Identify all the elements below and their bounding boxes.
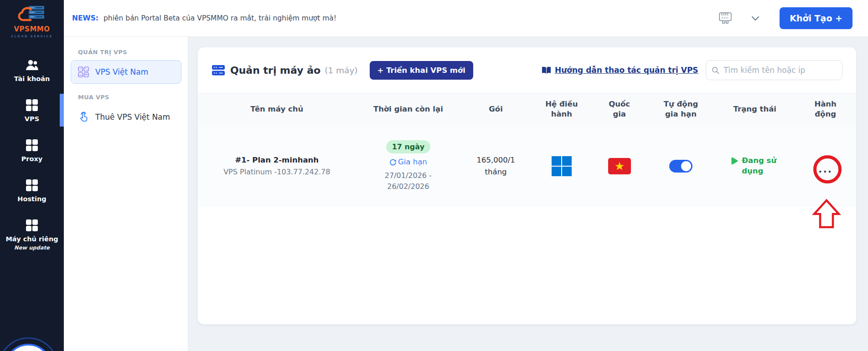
- sidebar-item-hosting[interactable]: Hosting: [0, 172, 64, 209]
- status-badge: Đang sử dụng: [742, 156, 778, 176]
- book-icon: [542, 66, 551, 74]
- chevron-down-icon[interactable]: [751, 16, 760, 21]
- action-cell: ...: [795, 160, 856, 172]
- status-cell: Đang sử dụng: [715, 156, 795, 176]
- panel-header: Quản trị máy ảo (1 máy) + Triển khai VPS…: [198, 47, 856, 93]
- country-cell: [592, 158, 647, 174]
- section-title-quan-tri-vps: QUẢN TRỊ VPS: [71, 49, 181, 56]
- brand-name: VPSMMO: [11, 25, 53, 33]
- vm-count: (1 máy): [325, 66, 357, 75]
- deploy-vps-button[interactable]: + Triển khai VPS mới: [370, 61, 473, 80]
- service-period: 27/01/2026 - 26/02/2026: [377, 170, 439, 191]
- main-content: Quản trị máy ảo (1 máy) + Triển khai VPS…: [189, 37, 868, 351]
- section-title-mua-vps: MUA VPS: [71, 94, 181, 101]
- time-left-cell: 17 ngày Gia hạn 27/01/2026 - 26/02/2026: [356, 140, 461, 191]
- wallet-icon[interactable]: [718, 12, 732, 25]
- plan-price: 165,000/1 tháng: [473, 154, 519, 178]
- news-label: NEWS:: [72, 14, 98, 22]
- topbar-actions: Khởi Tạo +: [718, 7, 852, 29]
- auto-renew-cell: [647, 160, 715, 173]
- sidebar-item-label: Hosting: [17, 195, 46, 203]
- table-header-row: Tên máy chủ Thời gian còn lại Gói Hệ điề…: [198, 93, 856, 125]
- brand-logo: VPSMMO CLOUD SERVICE: [11, 4, 53, 38]
- col-header-ten-may-chu: Tên máy chủ: [198, 104, 356, 114]
- subnav-item-label: VPS Việt Nam: [95, 67, 148, 76]
- sidebar-item-tai-khoan[interactable]: Tài khoản: [0, 52, 64, 88]
- create-button[interactable]: Khởi Tạo +: [780, 7, 852, 29]
- col-header-tu-dong-gia-han: Tự động gia hạn: [647, 99, 715, 119]
- refresh-icon: [389, 158, 397, 166]
- sidebar-item-label: Tài khoản: [14, 75, 50, 82]
- topbar: NEWS: phiên bản Portal Beta của VPSMMO r…: [64, 0, 868, 37]
- guide-link[interactable]: Hướng dẫn thao tác quản trị VPS: [542, 66, 698, 75]
- search-box: [706, 60, 842, 80]
- grid-icon: [25, 98, 39, 112]
- os-cell: [531, 156, 592, 177]
- vietnam-flag-icon: [608, 158, 631, 174]
- auto-renew-toggle[interactable]: [669, 160, 692, 173]
- primary-sidebar: VPSMMO CLOUD SERVICE Tài khoản VPS: [0, 0, 64, 351]
- secondary-sidebar: QUẢN TRỊ VPS VPS Việt Nam MUA VPS Thuê V…: [64, 37, 188, 351]
- days-left-badge: 17 ngày: [386, 140, 430, 153]
- subnav-item-label: Thuê VPS Việt Nam: [95, 112, 170, 122]
- primary-nav: Tài khoản VPS Proxy Hosting: [0, 52, 64, 257]
- sidebar-item-label: Máy chủ riêng: [5, 235, 58, 243]
- grid-icon: [25, 138, 39, 152]
- grid-icon: [25, 219, 39, 232]
- users-icon: [25, 58, 39, 72]
- vm-plan-ip: VPS Platinum -103.77.242.78: [223, 168, 330, 176]
- sidebar-item-proxy[interactable]: Proxy: [0, 132, 64, 168]
- page-title: Quản trị máy ảo: [230, 65, 320, 76]
- price-cell: 165,000/1 tháng: [460, 154, 531, 178]
- vps-grid-icon: [78, 66, 89, 78]
- vm-name-cell: #1- Plan 2-minhanh VPS Platinum -103.77.…: [198, 156, 356, 176]
- sidebar-item-label: VPS: [25, 115, 39, 122]
- renew-link[interactable]: Gia hạn: [389, 158, 427, 166]
- hand-click-icon: [78, 111, 89, 123]
- col-header-quoc-gia: Quốc gia: [592, 99, 647, 119]
- new-update-badge: New update: [14, 244, 50, 251]
- windows-logo-icon: [551, 156, 572, 177]
- row-actions-button[interactable]: ...: [818, 167, 832, 172]
- table-row: #1- Plan 2-minhanh VPS Platinum -103.77.…: [198, 125, 856, 207]
- col-header-he-dieu-hanh: Hệ điều hành: [531, 99, 592, 119]
- search-input[interactable]: [723, 66, 837, 75]
- sidebar-item-may-chu-rieng[interactable]: Máy chủ riêng New update: [0, 212, 64, 257]
- subnav-item-vps-viet-nam[interactable]: VPS Việt Nam: [71, 60, 181, 84]
- subnav-item-thue-vps-viet-nam[interactable]: Thuê VPS Việt Nam: [71, 105, 181, 129]
- col-header-trang-thai: Trạng thái: [715, 104, 795, 114]
- play-icon: [731, 157, 738, 165]
- brand-tagline: CLOUD SERVICE: [11, 35, 53, 38]
- col-header-thoi-gian: Thời gian còn lại: [356, 104, 461, 114]
- sidebar-item-label: Proxy: [21, 155, 43, 163]
- cloud-server-logo-icon: [17, 4, 47, 23]
- server-stack-icon: [212, 64, 225, 76]
- vps-management-panel: Quản trị máy ảo (1 máy) + Triển khai VPS…: [197, 47, 857, 325]
- grid-icon: [25, 178, 39, 192]
- col-header-hanh-dong: Hành động: [795, 99, 856, 119]
- vm-name: #1- Plan 2-minhanh: [235, 156, 319, 164]
- news-text: phiên bản Portal Beta của VPSMMO ra mắt,…: [103, 14, 336, 22]
- col-header-goi: Gói: [460, 104, 531, 114]
- sidebar-item-vps[interactable]: VPS: [0, 92, 64, 128]
- search-icon: [712, 66, 719, 75]
